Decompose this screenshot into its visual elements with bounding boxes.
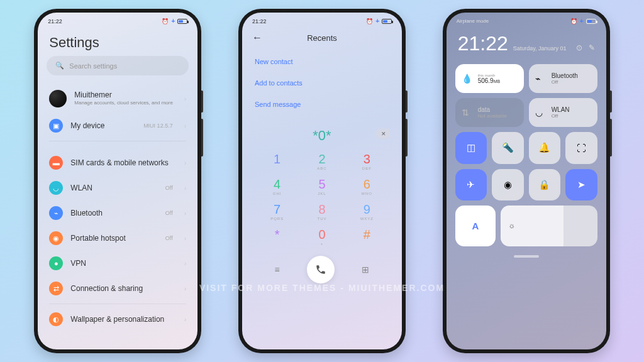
key-6[interactable]: 6MNO bbox=[351, 178, 382, 195]
time-row: 21:22 Saturday, January 01 ⊙ ✎ bbox=[447, 27, 606, 64]
bluetooth-tile[interactable]: ⌁ Bluetooth Off bbox=[529, 64, 597, 93]
vpn-row[interactable]: ● VPN › bbox=[38, 251, 197, 276]
account-name: Miuithemer bbox=[74, 90, 176, 99]
status-time: 21:22 bbox=[48, 18, 62, 25]
menu-button[interactable]: ≡ bbox=[275, 265, 280, 275]
backspace-button[interactable]: ✕ bbox=[375, 129, 389, 139]
vibrate-tile[interactable]: ◫ bbox=[455, 132, 487, 164]
search-placeholder: Search settings bbox=[69, 62, 117, 70]
key-9[interactable]: 9WXYZ bbox=[351, 203, 382, 221]
key-3[interactable]: 3DEF bbox=[351, 153, 382, 170]
wlan-label: WLAN bbox=[70, 184, 157, 192]
recents-title: Recents bbox=[262, 33, 382, 43]
location-tile[interactable]: ➤ bbox=[565, 169, 597, 201]
phone-icon bbox=[315, 264, 326, 275]
alarm-icon: ⏰ bbox=[570, 18, 577, 25]
lock-tile[interactable]: 🔒 bbox=[529, 169, 561, 201]
battery-icon bbox=[586, 19, 596, 24]
airplane-label: Airplane mode bbox=[457, 18, 489, 24]
vpn-label: VPN bbox=[70, 259, 176, 268]
miui-version: MIUI 12.5.7 bbox=[143, 123, 173, 129]
header-icons: ⊙ ✎ bbox=[576, 43, 595, 52]
chevron-icon: › bbox=[184, 285, 187, 292]
account-section: Miuithemer Manage accounts, cloud servic… bbox=[38, 84, 197, 138]
chevron-icon: › bbox=[184, 209, 187, 217]
key-hash[interactable]: # bbox=[351, 228, 382, 246]
account-row[interactable]: Miuithemer Manage accounts, cloud servic… bbox=[38, 84, 197, 113]
wlan-state: Off bbox=[165, 185, 173, 191]
wlan-row[interactable]: ◡ WLAN Off › bbox=[38, 175, 197, 200]
wlan-tile[interactable]: ◡ WLAN Off bbox=[529, 98, 597, 127]
dialed-number: *0* bbox=[313, 128, 331, 143]
key-2[interactable]: 2ABC bbox=[306, 153, 338, 170]
droplet-icon: 💧 bbox=[462, 74, 473, 84]
bluetooth-row[interactable]: ⌁ Bluetooth Off › bbox=[38, 200, 197, 226]
page-title: Settings bbox=[38, 27, 197, 56]
key-7[interactable]: 7PQRS bbox=[262, 203, 293, 221]
add-contacts-button[interactable]: Add to contacts bbox=[242, 72, 402, 94]
key-1[interactable]: 1 bbox=[262, 153, 293, 170]
call-button[interactable] bbox=[307, 256, 335, 283]
watermark: VISIT FOR MORE THEMES - MIUITHEMER.COM bbox=[199, 283, 445, 293]
status-right: ⏰ + bbox=[366, 18, 392, 25]
sim-icon: ▬ bbox=[49, 156, 63, 170]
settings-icon[interactable]: ⊙ bbox=[576, 43, 582, 52]
chevron-icon: › bbox=[184, 95, 187, 102]
account-sub: Manage accounts, cloud services, and mor… bbox=[74, 100, 176, 106]
device-icon: ▣ bbox=[49, 119, 63, 133]
key-8[interactable]: 8TUV bbox=[306, 203, 338, 221]
new-contact-button[interactable]: New contact bbox=[242, 51, 402, 72]
airplane-tile[interactable]: ✈ bbox=[455, 169, 487, 201]
screenshot-tile[interactable]: ⛶ bbox=[565, 132, 597, 164]
brightness-slider[interactable]: ☼ bbox=[501, 206, 597, 246]
back-button[interactable]: ← bbox=[252, 32, 262, 43]
my-device-row[interactable]: ▣ My device MIUI 12.5.7 › bbox=[38, 113, 197, 138]
wlan-state: Off bbox=[552, 113, 570, 119]
darkmode-tile[interactable]: ◉ bbox=[492, 169, 524, 201]
plus-icon: + bbox=[375, 18, 379, 25]
key-star[interactable]: * bbox=[262, 228, 293, 246]
grid-button[interactable]: ⊞ bbox=[362, 265, 369, 275]
data-usage-tile[interactable]: 💧 this month 506.9MB bbox=[455, 64, 524, 93]
dial-display: *0* ✕ bbox=[242, 118, 402, 149]
key-0[interactable]: 0+ bbox=[306, 228, 338, 246]
wallpaper-row[interactable]: ◐ Wallpaper & personalization › bbox=[38, 307, 197, 332]
wlan-label: WLAN bbox=[552, 106, 570, 113]
mobile-label: data bbox=[478, 106, 507, 113]
edit-icon[interactable]: ✎ bbox=[589, 43, 595, 52]
brightness-icon: ☼ bbox=[508, 221, 515, 230]
date-label: Saturday, January 01 bbox=[513, 45, 567, 52]
vpn-icon: ● bbox=[49, 256, 63, 270]
mobile-data-tile[interactable]: ⇅ data Not available bbox=[455, 98, 524, 127]
keypad: 1 2ABC 3DEF 4GHI 5JKL 6MNO 7PQRS 8TUV 9W… bbox=[242, 149, 402, 250]
hotspot-state: Off bbox=[165, 235, 173, 241]
status-bar: 21:22 ⏰ + bbox=[38, 13, 197, 27]
sim-row[interactable]: ▬ SIM cards & mobile networks › bbox=[38, 150, 197, 175]
flashlight-tile[interactable]: 🔦 bbox=[492, 132, 524, 164]
plus-icon: + bbox=[580, 18, 584, 25]
send-message-button[interactable]: Send message bbox=[242, 94, 402, 115]
search-input[interactable]: 🔍 Search settings bbox=[47, 56, 189, 75]
drag-handle[interactable] bbox=[514, 255, 539, 258]
wallpaper-icon: ◐ bbox=[49, 312, 63, 326]
data-icon: ⇅ bbox=[462, 107, 473, 118]
big-time: 21:22 bbox=[458, 32, 508, 55]
key-5[interactable]: 5JKL bbox=[306, 178, 338, 195]
connection-row[interactable]: ⇄ Connection & sharing › bbox=[38, 276, 197, 301]
chevron-icon: › bbox=[184, 184, 187, 192]
chevron-icon: › bbox=[184, 122, 187, 129]
chevron-icon: › bbox=[184, 315, 187, 323]
key-4[interactable]: 4GHI bbox=[262, 178, 293, 195]
hotspot-row[interactable]: ◉ Portable hotspot Off › bbox=[38, 226, 197, 251]
phone-settings: 21:22 ⏰ + Settings 🔍 Search settings Miu… bbox=[34, 9, 201, 353]
auto-tile[interactable]: A bbox=[455, 206, 496, 246]
connection-label: Connection & sharing bbox=[70, 284, 176, 293]
control-center-screen: Airplane mode ⏰ + 21:22 Saturday, Januar… bbox=[447, 13, 606, 349]
sim-label: SIM cards & mobile networks bbox=[70, 158, 176, 167]
avatar bbox=[49, 90, 67, 107]
status-bar: Airplane mode ⏰ + bbox=[447, 13, 606, 27]
dialer-menu: New contact Add to contacts Send message bbox=[242, 48, 402, 118]
settings-screen: 21:22 ⏰ + Settings 🔍 Search settings Miu… bbox=[38, 13, 197, 349]
bell-tile[interactable]: 🔔 bbox=[529, 132, 561, 164]
wlan-icon: ◡ bbox=[49, 181, 63, 195]
